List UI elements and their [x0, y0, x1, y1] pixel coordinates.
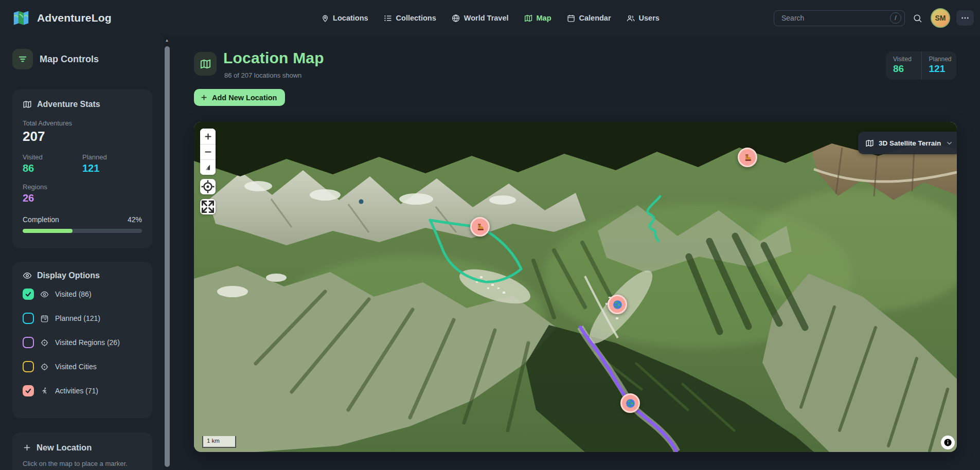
nav-label: Locations: [333, 14, 368, 22]
hiking-boot-icon: [742, 152, 753, 163]
zoom-out-button[interactable]: [200, 144, 216, 159]
sidebar-title: Map Controls: [40, 54, 99, 65]
visited-marker[interactable]: [608, 295, 627, 314]
app-brand[interactable]: AdventureLog: [11, 8, 112, 28]
users-icon: [627, 14, 635, 23]
page-subtitle: 86 of 207 locations shown: [224, 71, 301, 79]
planned-checkbox[interactable]: [23, 313, 34, 324]
map-scale: 1 km: [202, 436, 236, 448]
search-box: /: [774, 10, 905, 26]
completion-value: 42%: [128, 215, 142, 224]
eye-icon: [40, 290, 49, 299]
runner-icon: [40, 387, 49, 395]
visited-marker[interactable]: [620, 393, 640, 413]
plus-icon: [204, 132, 212, 141]
eye-icon: [23, 271, 32, 280]
activity-marker[interactable]: [470, 217, 490, 237]
visited-checkbox[interactable]: [23, 288, 34, 300]
add-new-location-button[interactable]: Add New Location: [194, 89, 285, 106]
geolocate-icon: [200, 179, 216, 194]
planned-value: 121: [82, 162, 142, 174]
completion-progress: [23, 229, 142, 233]
nav-label: World Travel: [464, 14, 509, 22]
minus-icon: [204, 148, 212, 156]
display-options-card: Display Options Visited (86) Planned (12…: [12, 262, 152, 418]
nav-item-calendar[interactable]: Calendar: [567, 14, 611, 23]
nav-label: Users: [639, 14, 660, 22]
planned-label: Planned: [82, 153, 142, 161]
search-icon: [913, 13, 922, 23]
nav-item-collections[interactable]: Collections: [384, 14, 436, 23]
new-location-hint: Click on the map to place a marker.: [23, 460, 142, 467]
map-style-label: 3D Satellite Terrain: [879, 139, 941, 147]
scrollbar-up-arrow[interactable]: ▲: [164, 37, 170, 44]
globe-icon: [612, 299, 623, 310]
completion-label: Completion: [23, 215, 59, 224]
map-terrain: [194, 122, 957, 452]
plus-icon: [200, 94, 208, 101]
completion-row: Completion 42%: [23, 215, 142, 224]
map-icon: [200, 58, 211, 70]
fullscreen-icon: [200, 199, 216, 214]
ellipsis-icon: [960, 13, 970, 23]
sidebar-header: Map Controls: [12, 49, 99, 69]
badge-planned-label: Planned: [929, 56, 957, 63]
new-location-card: New Location Click on the map to place a…: [12, 432, 152, 470]
calendar-icon: [567, 14, 576, 23]
map-icon: [524, 14, 533, 23]
option-label: Visited Cities: [55, 363, 97, 371]
map-icon: [23, 100, 32, 109]
visited-regions-checkbox[interactable]: [23, 337, 34, 348]
location-map[interactable]: 3D Satellite Terrain 1 km: [194, 122, 957, 452]
nav-item-users[interactable]: Users: [627, 14, 660, 23]
zoom-in-button[interactable]: [200, 129, 216, 144]
more-menu-button[interactable]: [956, 10, 974, 26]
activity-marker[interactable]: [738, 148, 757, 167]
option-planned[interactable]: Planned (121): [23, 308, 142, 329]
map-zoom-controls: [200, 129, 216, 175]
navbar-right-cluster: / SM: [774, 0, 974, 36]
nav-item-map[interactable]: Map: [524, 14, 551, 23]
stats-title: Adventure Stats: [37, 100, 100, 109]
nav-label: Map: [537, 14, 551, 22]
user-avatar[interactable]: SM: [931, 8, 950, 28]
fullscreen-button[interactable]: [200, 199, 216, 214]
regions-label: Regions: [23, 183, 142, 191]
list-icon: [384, 14, 393, 23]
total-adventures-value: 207: [23, 129, 142, 144]
option-visited-regions[interactable]: Visited Regions (26): [23, 332, 142, 353]
compass-pitch-button[interactable]: [200, 159, 216, 175]
sidebar-scrollbar: ▲: [164, 36, 170, 470]
geolocate-button[interactable]: [200, 179, 216, 194]
globe-icon: [452, 14, 460, 23]
new-location-title: New Location: [37, 443, 92, 453]
option-label: Visited (86): [55, 290, 92, 298]
option-visited-cities[interactable]: Visited Cities: [23, 356, 142, 377]
nav-item-world-travel[interactable]: World Travel: [452, 14, 509, 23]
primary-nav: Locations Collections World Travel Map C…: [320, 0, 660, 36]
search-button[interactable]: [909, 10, 925, 26]
page-title: Location Map: [223, 49, 324, 67]
option-activities[interactable]: Activities (71): [23, 381, 142, 401]
nav-item-locations[interactable]: Locations: [320, 14, 368, 23]
stats-card-header: Adventure Stats: [23, 100, 142, 109]
nav-label: Calendar: [579, 14, 611, 22]
attribution-button[interactable]: [941, 436, 955, 449]
visited-cities-checkbox[interactable]: [23, 361, 34, 372]
search-shortcut-badge: /: [890, 12, 901, 24]
top-navbar: AdventureLog Locations Collections World…: [0, 0, 980, 36]
search-input[interactable]: [774, 10, 905, 26]
info-icon: [943, 438, 953, 447]
adventure-stats-card: Adventure Stats Total Adventures 207 Vis…: [12, 89, 152, 248]
option-label: Activities (71): [55, 387, 98, 395]
display-options-header: Display Options: [23, 271, 142, 280]
option-visited[interactable]: Visited (86): [23, 284, 142, 304]
badge-visited-value: 86: [893, 63, 921, 75]
activities-checkbox[interactable]: [23, 385, 34, 396]
calendar-icon: [40, 314, 49, 323]
scrollbar-thumb[interactable]: [165, 46, 170, 467]
target-icon: [40, 338, 49, 347]
check-icon: [25, 387, 32, 394]
map-style-selector[interactable]: 3D Satellite Terrain: [858, 132, 957, 154]
compass-icon: [204, 163, 212, 172]
